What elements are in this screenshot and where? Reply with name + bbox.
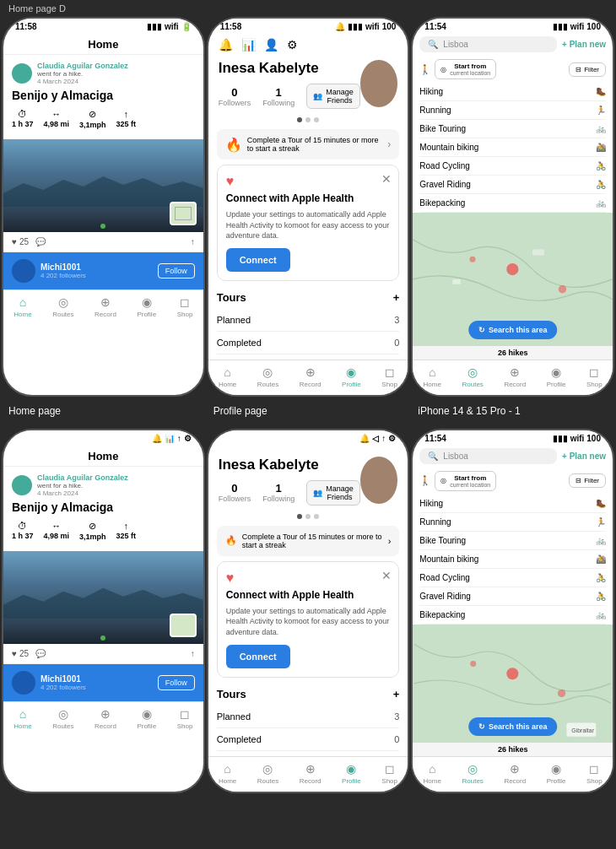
connect-button-2[interactable]: Connect <box>226 645 290 668</box>
mountain-m2[interactable]: Mountain biking🚵 <box>419 550 606 569</box>
mini-map <box>170 202 197 225</box>
nav-routes-p2[interactable]: ◎Routes <box>257 762 278 785</box>
nav-record[interactable]: ⊕ Record <box>95 295 116 318</box>
profile-name-block: Inesa Kabelyte 0 Followers 1 Following 👥 <box>219 60 360 109</box>
nav-record-p[interactable]: ⊕ Record <box>300 365 322 388</box>
stat-speed: ⊘ 3,1mph <box>79 109 106 129</box>
nav-profile-m2[interactable]: ◉Profile <box>547 762 566 785</box>
nav-profile-m[interactable]: ◉ Profile <box>547 365 566 388</box>
like-btn-2[interactable]: ♥ 25 <box>12 649 29 658</box>
nav-routes-m[interactable]: ◎ Routes <box>462 365 483 388</box>
nav-home-h2[interactable]: ⌂Home <box>14 707 31 730</box>
status-icons: ▮▮▮ wifi 🔋 <box>147 22 192 31</box>
start-from-button[interactable]: ◎ Start from current location <box>435 59 496 79</box>
nav-record-m[interactable]: ⊕ Record <box>504 365 526 388</box>
bell-h2: 🔔 <box>152 434 162 443</box>
activity-mountain-biking[interactable]: Mountain biking 🚵 <box>419 138 606 157</box>
gear-h2: ⚙ <box>184 434 192 443</box>
nav-routes-m2[interactable]: ◎Routes <box>462 762 483 785</box>
nav-record-p2[interactable]: ⊕Record <box>300 762 322 785</box>
like-button[interactable]: ♥ 25 <box>12 237 29 246</box>
nav-profile-h2[interactable]: ◉Profile <box>137 707 156 730</box>
activity-road-cycling[interactable]: Road Cycling 🚴 <box>419 157 606 176</box>
gravel-m2[interactable]: Gravel Riding🚴 <box>419 587 606 606</box>
streak-banner[interactable]: 🔥 Complete a Tour of 15 minutes or more … <box>217 129 400 160</box>
nav-home-m2[interactable]: ⌂Home <box>424 762 441 785</box>
profile-user-icon[interactable]: 👤 <box>264 38 278 51</box>
nav-record-h2[interactable]: ⊕Record <box>95 707 116 730</box>
routes-icon: ◎ <box>58 295 68 309</box>
search-bar-m2[interactable]: 🔍 Lisboa <box>419 448 557 464</box>
connect-button[interactable]: Connect <box>226 248 290 272</box>
time-m2: 11:54 <box>424 434 446 443</box>
gear-icon[interactable]: ⚙ <box>287 38 298 51</box>
follow-button-2[interactable]: Follow <box>158 675 195 690</box>
status-bar-home2: 🔔 📊 ↑ ⚙ <box>3 430 203 445</box>
share-btn-2[interactable]: ↑ <box>191 649 195 658</box>
bell-icon[interactable]: 🔔 <box>219 38 233 51</box>
nav-profile[interactable]: ◉ Profile <box>137 295 156 318</box>
filter-button[interactable]: ⊟ Filter <box>569 62 606 77</box>
nav-shop-p2[interactable]: ◻Shop <box>381 762 397 785</box>
activity-bikepacking[interactable]: Bikepacking 🚲 <box>419 194 606 213</box>
action-row-2: ♥ 25 💬 ↑ <box>3 644 203 664</box>
search-area-btn-2[interactable]: ↻ Search this area <box>468 717 558 736</box>
running-m2[interactable]: Running🏃 <box>419 513 606 532</box>
nav-home[interactable]: ⌂ Home <box>14 295 31 318</box>
hiking-m2[interactable]: Hiking🥾 <box>419 495 606 513</box>
health-close-button[interactable]: ✕ <box>381 172 392 186</box>
activity-running[interactable]: Running 🏃 <box>419 101 606 120</box>
activity-title: Benijo y Almaciga <box>12 89 195 102</box>
tours-header-2: Tours + <box>217 688 400 700</box>
stat-elevation: ↑ 325 ft <box>116 109 137 129</box>
follow-button[interactable]: Follow <box>158 263 195 278</box>
planned-row-2[interactable]: Planned 3 <box>217 706 400 728</box>
activity-bike-touring[interactable]: Bike Touring 🚲 <box>419 120 606 138</box>
nav-record-m2[interactable]: ⊕Record <box>504 762 526 785</box>
filter-btn-m2[interactable]: ⊟ Filter <box>569 473 606 488</box>
nav-home-m[interactable]: ⌂ Home <box>424 365 441 388</box>
plan-new-m2[interactable]: + Plan new <box>562 452 606 461</box>
nav-profile-p2[interactable]: ◉Profile <box>342 762 361 785</box>
nav-home-p[interactable]: ⌂ Home <box>219 365 236 388</box>
nav-routes-p[interactable]: ◎ Routes <box>257 365 278 388</box>
search-bar-map[interactable]: 🔍 Lisboa <box>419 36 557 52</box>
plan-new-button[interactable]: + Plan new <box>562 40 606 49</box>
health-desc-2: Update your settings to automatically ad… <box>226 606 391 638</box>
status-bar-home: 11:58 ▮▮▮ wifi 🔋 <box>3 19 203 33</box>
dot-2 <box>305 117 311 122</box>
home-phone-2: 🔔 📊 ↑ ⚙ Home Claudia Aguilar Gonzalez we… <box>2 429 205 793</box>
manage-friends-2[interactable]: 👥 Manage Friends <box>306 480 360 506</box>
completed-row[interactable]: Completed 0 <box>217 332 400 354</box>
nav-routes[interactable]: ◎ Routes <box>52 295 73 318</box>
planned-row[interactable]: Planned 3 <box>217 309 400 332</box>
chart-icon[interactable]: 📊 <box>241 38 256 51</box>
nav-shop-p[interactable]: ◻ Shop <box>381 365 397 388</box>
gear-p2: ⚙ <box>388 434 396 443</box>
add-tour-button[interactable]: + <box>393 291 400 304</box>
nav-shop-m[interactable]: ◻ Shop <box>586 365 602 388</box>
bikepacking-m2[interactable]: Bikepacking🚲 <box>419 606 606 625</box>
manage-friends-button[interactable]: 👥 Manage Friends <box>306 84 360 109</box>
close-health-2[interactable]: ✕ <box>381 569 392 582</box>
add-tour-2[interactable]: + <box>393 688 400 700</box>
status-time: 11:58 <box>15 22 37 31</box>
nav-home-p2[interactable]: ⌂Home <box>219 762 236 785</box>
share-button[interactable]: ↑ <box>191 237 195 246</box>
comment-btn-2[interactable]: 💬 <box>35 649 46 658</box>
nav-shop-h2[interactable]: ◻Shop <box>177 707 193 730</box>
nav-profile-p[interactable]: ◉ Profile <box>342 365 361 388</box>
nav-shop-m2[interactable]: ◻Shop <box>586 762 602 785</box>
comment-button[interactable]: 💬 <box>35 237 46 246</box>
activity-gravel-riding[interactable]: Gravel Riding 🚴 <box>419 176 606 194</box>
start-from-m2[interactable]: ◎ Start from current location <box>435 471 496 491</box>
nav-shop[interactable]: ◻ Shop <box>177 295 193 318</box>
search-area-button[interactable]: ↻ Search this area <box>468 321 558 339</box>
road-m2[interactable]: Road Cycling🚴 <box>419 569 606 587</box>
activity-hiking[interactable]: Hiking 🥾 <box>419 83 606 101</box>
completed-row-2[interactable]: Completed 0 <box>217 728 400 751</box>
nav-routes-h2[interactable]: ◎Routes <box>52 707 73 730</box>
activity-item-2: Claudia Aguilar Gonzalez went for a hike… <box>3 467 203 551</box>
bike-m2[interactable]: Bike Touring🚲 <box>419 532 606 550</box>
streak-banner-2[interactable]: 🔥 Complete a Tour of 15 minutes or more … <box>217 526 400 556</box>
